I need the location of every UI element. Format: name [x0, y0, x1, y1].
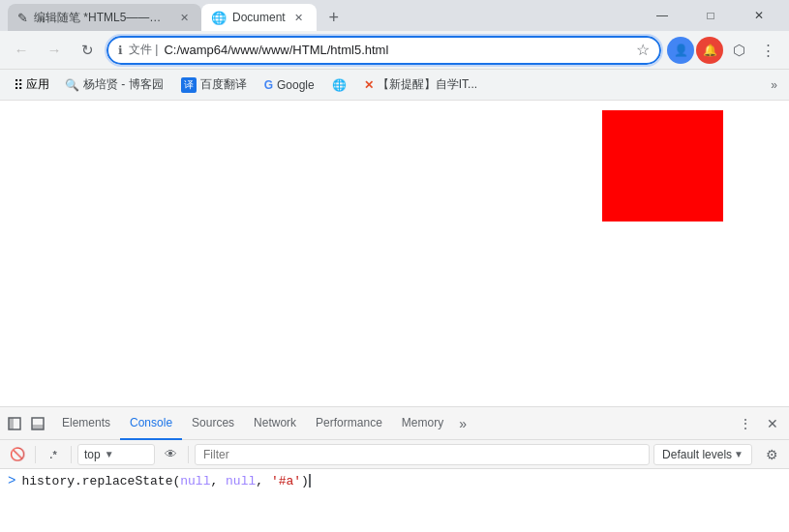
toolbar-divider-2 [71, 446, 72, 463]
context-selector-arrow: ▼ [105, 449, 114, 459]
tab-sources[interactable]: Sources [182, 407, 244, 440]
levels-selector-arrow: ▼ [734, 449, 743, 459]
tab-2-icon: 🌐 [211, 11, 227, 25]
console-cursor [309, 474, 311, 488]
console-eye-button[interactable]: 👁 [159, 443, 182, 466]
reload-button[interactable]: ↻ [74, 37, 101, 64]
devtools-toolbar: 🚫 .* top ▼ 👁 Default levels ▼ ⚙ [0, 440, 789, 469]
toolbar: ← → ↻ ℹ 文件 | ☆ 👤 🔔 ⬡ ⋮ [0, 31, 789, 70]
dock-bottom-icon [31, 417, 45, 430]
devtools-actions: ⋮ ✕ [733, 411, 785, 436]
toolbar-divider-1 [35, 446, 36, 463]
console-filter-input[interactable] [195, 444, 650, 465]
bookmark-edge-icon: 🌐 [332, 78, 347, 92]
bookmark-translate[interactable]: 译 百度翻译 [173, 74, 255, 95]
red-rectangle [602, 110, 723, 222]
devtools-tabs-bar: Elements Console Sources Network Perform… [0, 407, 789, 440]
levels-selector[interactable]: Default levels ▼ [653, 444, 752, 465]
tab-2[interactable]: 🌐 Document ✕ [201, 4, 317, 31]
tab-network[interactable]: Network [244, 407, 306, 440]
notifications-button[interactable]: 🔔 [696, 37, 723, 64]
apps-grid-icon: ⠿ [14, 77, 23, 93]
console-prompt: > [8, 473, 15, 488]
console-output-area: > history.replaceState(null, null, '#a') [0, 469, 789, 492]
console-arg3: '#a' [271, 474, 301, 488]
forward-button[interactable]: → [41, 37, 68, 64]
profile-button[interactable]: 👤 [667, 37, 694, 64]
title-bar: ✎ 编辑随笔 *HTML5——新增 ✕ 🌐 Document ✕ + — □ ✕ [0, 0, 789, 31]
apps-label: 应用 [26, 76, 49, 93]
svg-rect-1 [9, 418, 14, 429]
devtools-panel: Elements Console Sources Network Perform… [0, 406, 789, 532]
console-code-line: history.replaceState(null, null, '#a') [21, 474, 311, 488]
devtools-resize-buttons [4, 413, 48, 434]
notifications-icon: 🔔 [703, 44, 717, 57]
dock-bottom-button[interactable] [27, 413, 48, 434]
menu-button[interactable]: ⋮ [754, 37, 781, 64]
tab-1-icon: ✎ [17, 11, 28, 25]
window-controls: — □ ✕ [640, 0, 781, 31]
bookmark-google[interactable]: G Google [257, 76, 322, 94]
devtools-more-tabs-button[interactable]: » [453, 407, 472, 440]
tab-sources-label: Sources [192, 416, 234, 429]
address-lock-icon: ℹ [118, 44, 123, 57]
tab-2-close[interactable]: ✕ [291, 10, 307, 25]
console-code-prefix: history.replaceState( [21, 474, 180, 488]
tab-memory[interactable]: Memory [392, 407, 453, 440]
console-clear-button[interactable]: 🚫 [6, 443, 29, 466]
tab-console-label: Console [130, 416, 172, 429]
console-close-paren: ) [301, 474, 309, 488]
address-bar[interactable]: ℹ 文件 | ☆ [106, 36, 661, 65]
tab-1-title: 编辑随笔 *HTML5——新增 [34, 10, 170, 26]
address-input[interactable] [164, 43, 630, 57]
console-comma1: , [210, 474, 226, 488]
tab-1-close[interactable]: ✕ [176, 10, 192, 25]
bookmark-blogpark[interactable]: 🔍 杨培贤 - 博客园 [57, 74, 171, 95]
tab-network-label: Network [254, 416, 296, 429]
tab-performance-label: Performance [316, 416, 382, 429]
svg-rect-3 [32, 425, 44, 429]
toolbar-actions: 👤 🔔 ⬡ ⋮ [667, 37, 781, 64]
back-button[interactable]: ← [8, 37, 35, 64]
bookmarks-more-button[interactable]: » [767, 76, 781, 94]
console-filter-regex-button[interactable]: .* [42, 443, 65, 466]
bookmarks-bar: ⠿ 应用 🔍 杨培贤 - 博客园 译 百度翻译 G Google 🌐 ✕ 【新提… [0, 70, 789, 101]
bookmark-star-icon[interactable]: ☆ [636, 41, 650, 59]
tab-strip: ✎ 编辑随笔 *HTML5——新增 ✕ 🌐 Document ✕ + [8, 0, 640, 31]
devtools-close-button[interactable]: ✕ [760, 411, 785, 436]
tab-elements-label: Elements [62, 416, 110, 429]
tab-console[interactable]: Console [120, 407, 182, 440]
profile-icon: 👤 [674, 44, 688, 57]
tab-performance[interactable]: Performance [306, 407, 392, 440]
context-selector-value: top [84, 448, 101, 461]
console-settings-button[interactable]: ⚙ [760, 443, 783, 466]
bookmark-blogpark-label: 杨培贤 - 博客园 [83, 76, 164, 93]
apps-bookmark[interactable]: ⠿ 应用 [8, 74, 55, 95]
dock-side-button[interactable] [4, 413, 25, 434]
new-tab-button[interactable]: + [320, 4, 348, 31]
bookmark-google-label: Google [277, 78, 315, 92]
page-content [0, 101, 789, 406]
tab-elements[interactable]: Elements [52, 407, 120, 440]
console-arg1: null [180, 474, 210, 488]
bookmark-selfit-label: 【新提醒】自学IT... [378, 76, 477, 93]
bookmark-selfit[interactable]: ✕ 【新提醒】自学IT... [356, 74, 485, 95]
console-arg2: null [226, 474, 256, 488]
levels-selector-value: Default levels [662, 448, 732, 461]
bookmark-translate-icon: 译 [181, 77, 197, 93]
address-prefix: 文件 | [129, 42, 158, 58]
extensions-button[interactable]: ⬡ [725, 37, 752, 64]
tab-1[interactable]: ✎ 编辑随笔 *HTML5——新增 ✕ [8, 4, 201, 31]
context-selector[interactable]: top ▼ [77, 444, 155, 465]
console-comma2: , [256, 474, 271, 488]
tab-memory-label: Memory [402, 416, 443, 429]
close-button[interactable]: ✕ [737, 0, 781, 31]
toolbar-divider-3 [188, 446, 189, 463]
devtools-settings-button[interactable]: ⋮ [733, 411, 758, 436]
bookmark-blogpark-icon: 🔍 [65, 78, 79, 92]
tab-2-title: Document [232, 11, 286, 24]
minimize-button[interactable]: — [640, 0, 684, 31]
bookmark-edge-icon-item[interactable]: 🌐 [324, 76, 354, 94]
bookmark-selfit-icon: ✕ [364, 78, 374, 92]
maximize-button[interactable]: □ [688, 0, 733, 31]
